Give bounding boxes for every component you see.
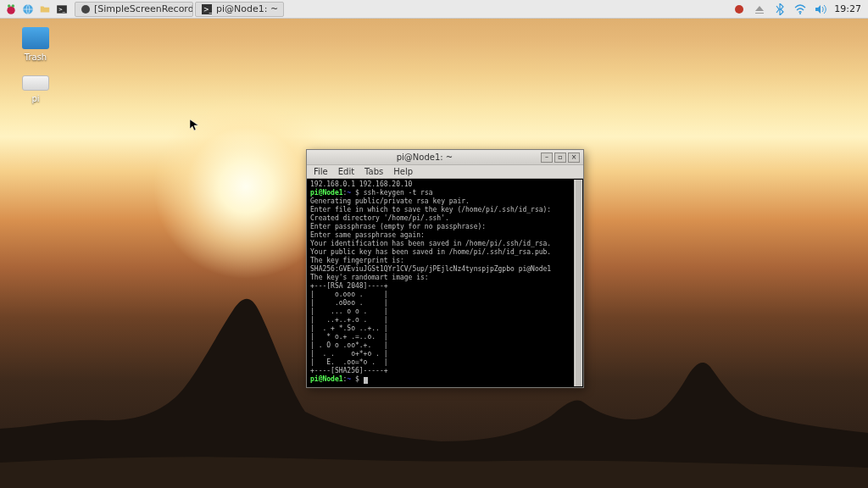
desktop-icon-label: Trash <box>25 53 47 62</box>
mouse-cursor <box>190 119 198 130</box>
svg-point-10 <box>799 13 801 14</box>
window-minimize-button[interactable]: – <box>541 152 553 163</box>
web-browser-icon[interactable] <box>20 2 36 17</box>
terminal-scrollbar[interactable] <box>574 180 582 386</box>
desktop-drive-pi[interactable]: pi <box>15 75 56 103</box>
task-label: [SimpleScreenRecorde... <box>94 3 193 14</box>
scrollbar-thumb[interactable] <box>576 180 581 386</box>
svg-text:>_: >_ <box>203 6 212 14</box>
menu-help[interactable]: Help <box>393 167 413 176</box>
wifi-icon[interactable] <box>793 3 807 16</box>
terminal-content[interactable]: 192.168.0.1 192.168.20.10 pi@Node1:~ $ s… <box>307 179 583 387</box>
trash-icon <box>22 27 49 49</box>
desktop-icon-label: pi <box>31 94 39 103</box>
task-label: pi@Node1: ~ <box>216 3 278 14</box>
task-terminal[interactable]: >_ pi@Node1: ~ <box>195 2 284 17</box>
record-indicator-icon[interactable] <box>732 3 746 16</box>
svg-point-2 <box>12 4 14 7</box>
desktop-trash[interactable]: Trash <box>15 27 56 62</box>
bluetooth-icon[interactable] <box>773 3 787 16</box>
svg-text:>_: >_ <box>58 6 65 12</box>
clock[interactable]: 19:27 <box>834 3 861 14</box>
eject-icon[interactable] <box>753 3 766 16</box>
menu-raspberry-icon[interactable] <box>3 2 19 17</box>
terminal-launcher-icon[interactable]: >_ <box>54 2 70 17</box>
svg-point-1 <box>8 4 10 7</box>
file-manager-icon[interactable] <box>37 2 53 17</box>
window-titlebar[interactable]: pi@Node1: ~ – ▫ × <box>307 150 583 165</box>
window-menubar: File Edit Tabs Help <box>307 165 583 179</box>
svg-point-9 <box>735 5 743 14</box>
terminal-window[interactable]: pi@Node1: ~ – ▫ × File Edit Tabs Help 19… <box>306 149 584 388</box>
menu-edit[interactable]: Edit <box>338 167 354 176</box>
recorder-icon <box>81 3 91 15</box>
terminal-icon: >_ <box>201 3 213 15</box>
svg-point-0 <box>7 6 14 14</box>
window-maximize-button[interactable]: ▫ <box>554 152 566 163</box>
svg-point-6 <box>81 5 90 14</box>
drive-icon <box>22 75 49 91</box>
desktop-icons: Trash pi <box>15 27 56 103</box>
volume-icon[interactable] <box>814 3 827 16</box>
task-simplescreenrecorder[interactable]: [SimpleScreenRecorde... <box>75 2 193 17</box>
taskbar: >_ [SimpleScreenRecorde... >_ pi@Node1: … <box>0 0 868 19</box>
window-title: pi@Node1: ~ <box>310 152 539 162</box>
menu-tabs[interactable]: Tabs <box>364 167 383 176</box>
menu-file[interactable]: File <box>314 167 328 176</box>
window-close-button[interactable]: × <box>568 152 580 163</box>
